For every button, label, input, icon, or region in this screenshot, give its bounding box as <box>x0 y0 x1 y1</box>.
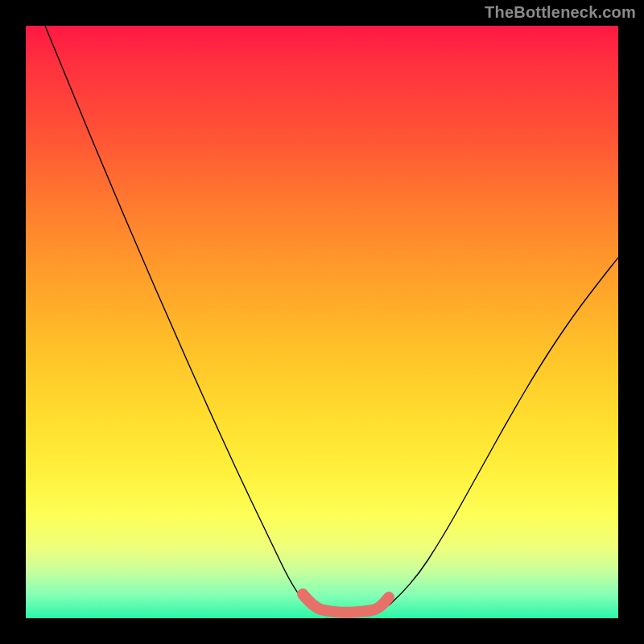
valley-highlight <box>303 594 389 613</box>
watermark-text: TheBottleneck.com <box>485 3 636 22</box>
chart-svg <box>26 26 618 618</box>
left-curve-path <box>45 26 309 605</box>
chart-frame: TheBottleneck.com <box>0 0 644 644</box>
right-curve-path <box>389 258 618 605</box>
plot-area <box>26 26 618 618</box>
